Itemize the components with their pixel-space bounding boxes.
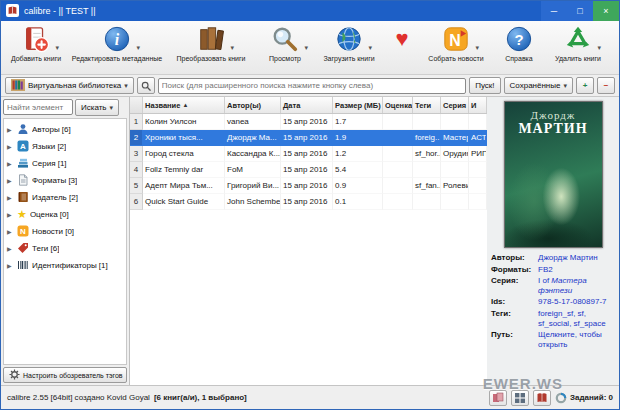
fetch-books-button[interactable]: ▾ Загрузить книги bbox=[313, 23, 385, 63]
cell-title: Город стекла bbox=[143, 146, 225, 162]
search-input[interactable] bbox=[158, 78, 466, 94]
expander-icon[interactable]: ▶ bbox=[7, 211, 14, 218]
cell-size: 1.9 bbox=[333, 130, 383, 146]
add-books-button[interactable]: ▾ Добавить книги bbox=[3, 23, 69, 63]
fetch-news-button[interactable]: N▾ Собрать новости bbox=[419, 23, 493, 63]
book-cover[interactable]: Джордж МАРТИН bbox=[504, 101, 603, 248]
selection-count: [6 книг(а/и), 1 выбрано] bbox=[154, 393, 247, 402]
convert-books-button[interactable]: ▾ Преобразовать книги bbox=[165, 23, 257, 63]
remove-books-button[interactable]: ▾ Удалить книги bbox=[545, 23, 611, 63]
sidebar-item-formats[interactable]: ▶Форматы [3] bbox=[4, 172, 126, 189]
cell-tags bbox=[413, 194, 441, 210]
svg-text:i: i bbox=[115, 31, 120, 48]
series-link[interactable]: I of Мастера фэнтези bbox=[538, 276, 615, 295]
cell-date: 15 апр 2016 bbox=[281, 162, 333, 178]
toolbar-label: Удалить книги bbox=[555, 55, 601, 63]
series-prefix: I of bbox=[538, 276, 549, 285]
configure-tag-browser-button[interactable]: Настроить обозреватель тэгов bbox=[3, 367, 127, 383]
sidebar-item-publisher[interactable]: ▶Издатель [2] bbox=[4, 189, 126, 206]
sidebar-item-identifiers[interactable]: ▶Идентификаторы [1] bbox=[4, 257, 126, 274]
expander-icon[interactable]: ▶ bbox=[7, 143, 14, 150]
sidebar-item-authors[interactable]: ▶Авторы [6] bbox=[4, 121, 126, 138]
column-header-tags[interactable]: Теги bbox=[413, 97, 441, 113]
svg-text:N: N bbox=[449, 32, 460, 49]
save-search-button[interactable]: + bbox=[576, 77, 594, 94]
chevron-down-icon[interactable]: ▾ bbox=[230, 44, 234, 52]
cell-publisher: АСТ bbox=[469, 130, 487, 146]
expander-icon[interactable]: ▶ bbox=[7, 194, 14, 201]
chevron-down-icon[interactable]: ▾ bbox=[475, 44, 479, 52]
cover-author-line1: Джордж bbox=[505, 109, 602, 121]
cover-browser-toggle[interactable] bbox=[489, 390, 507, 406]
expander-icon[interactable]: ▶ bbox=[7, 126, 14, 133]
column-header-rating[interactable]: Оценка bbox=[383, 97, 413, 113]
expander-icon[interactable]: ▶ bbox=[7, 228, 14, 235]
column-header-series[interactable]: Серия bbox=[441, 97, 469, 113]
find-button-label: Искать bbox=[81, 103, 107, 112]
expander-icon[interactable]: ▶ bbox=[7, 160, 14, 167]
jobs-button[interactable]: Заданий: 0 bbox=[555, 392, 613, 404]
table-row[interactable]: 6 Quick Start Guide John Schember 15 апр… bbox=[130, 194, 487, 210]
table-row[interactable]: 5 Адепт Мира Тьм... Григорий Ви... 15 ап… bbox=[130, 178, 487, 194]
advanced-search-button[interactable] bbox=[137, 77, 155, 94]
column-header-size[interactable]: Размер (МБ) bbox=[333, 97, 383, 113]
book-details-toggle[interactable] bbox=[533, 390, 551, 406]
chevron-down-icon[interactable]: ▾ bbox=[597, 44, 601, 52]
main-area: Искать▾ ▶Авторы [6] ▶AЯзыки [2] ▶Серия [… bbox=[1, 97, 619, 385]
find-button[interactable]: Искать▾ bbox=[75, 99, 119, 116]
expander-icon[interactable]: ▶ bbox=[7, 262, 14, 269]
path-link[interactable]: Щелкните, чтобы открыть bbox=[538, 330, 615, 349]
cell-authors: Григорий Ви... bbox=[225, 178, 281, 194]
cover-grid-toggle[interactable] bbox=[511, 390, 529, 406]
chevron-down-icon[interactable]: ▾ bbox=[55, 44, 59, 52]
view-button[interactable]: ▾ Просмотр bbox=[257, 23, 313, 63]
expander-icon[interactable]: ▶ bbox=[7, 177, 14, 184]
sidebar-item-rating[interactable]: ▶★Оценка [0] bbox=[4, 206, 126, 223]
ids-link[interactable]: 978-5-17-080897-7 bbox=[538, 297, 615, 307]
column-header-date[interactable]: Дата bbox=[281, 97, 333, 113]
maximize-button[interactable]: □ bbox=[567, 1, 593, 21]
sidebar-item-series[interactable]: ▶Серия [1] bbox=[4, 155, 126, 172]
sidebar-item-languages[interactable]: ▶AЯзыки [2] bbox=[4, 138, 126, 155]
cell-size: 0.1 bbox=[333, 194, 383, 210]
expander-icon[interactable]: ▶ bbox=[7, 245, 14, 252]
chevron-down-icon: ▾ bbox=[110, 104, 114, 112]
row-number: 3 bbox=[130, 146, 143, 162]
table-row-selected[interactable]: 2 Хроники тыся... Джордж Ма... 15 апр 20… bbox=[130, 130, 487, 146]
cell-authors: Кассандра К... bbox=[225, 146, 281, 162]
tags-links[interactable]: foreign_sf, sf, sf_social, sf_space bbox=[538, 309, 615, 328]
donate-button[interactable]: ♥ bbox=[385, 23, 419, 54]
status-bar: calibre 2.55 [64bit] создано Kovid Goyal… bbox=[1, 385, 619, 409]
authors-icon bbox=[17, 123, 29, 137]
sidebar-item-news[interactable]: ▶NНовости [0] bbox=[4, 223, 126, 240]
saved-search-combo[interactable]: Сохранённые▾ bbox=[504, 77, 573, 94]
sidebar-item-tags[interactable]: ▶Теги [6] bbox=[4, 240, 126, 257]
minimize-button[interactable]: ─ bbox=[541, 1, 567, 21]
gear-icon bbox=[9, 369, 20, 381]
cell-rating bbox=[383, 162, 413, 178]
help-button[interactable]: ? Справка bbox=[493, 23, 545, 63]
format-link[interactable]: FB2 bbox=[538, 265, 615, 275]
cell-publisher: РИП... bbox=[469, 146, 487, 162]
find-item-input[interactable] bbox=[3, 99, 73, 115]
chevron-down-icon[interactable]: ▾ bbox=[304, 44, 308, 52]
cell-rating bbox=[383, 194, 413, 210]
table-row[interactable]: 1 Колин Уилсон vanea 15 апр 2016 1.7 bbox=[130, 114, 487, 130]
close-button[interactable]: × bbox=[593, 1, 619, 21]
view-icon bbox=[271, 25, 299, 53]
search-go-button[interactable]: Пуск! bbox=[469, 77, 500, 94]
chevron-down-icon[interactable]: ▾ bbox=[368, 44, 372, 52]
edit-metadata-button[interactable]: i▾ Редактировать метаданные bbox=[69, 23, 165, 63]
column-header-authors[interactable]: Автор(ы) bbox=[225, 97, 281, 113]
column-header-publisher[interactable]: И bbox=[469, 97, 487, 113]
column-header-title[interactable]: Название▲ bbox=[143, 97, 225, 113]
table-row[interactable]: 3 Город стекла Кассандра К... 15 апр 201… bbox=[130, 146, 487, 162]
cell-tags: sf_hor... bbox=[413, 146, 441, 162]
edit-metadata-icon: i bbox=[103, 25, 131, 53]
virtual-library-button[interactable]: Виртуальная библиотека ▾ bbox=[5, 77, 134, 94]
cover-grid-icon bbox=[514, 392, 526, 404]
table-row[interactable]: 4 Follz Temniy dar FoM 15 апр 2016 5.4 bbox=[130, 162, 487, 178]
authors-link[interactable]: Джордж Мартин bbox=[538, 253, 615, 263]
delete-saved-search-button[interactable]: − bbox=[597, 77, 615, 94]
chevron-down-icon[interactable]: ▾ bbox=[136, 44, 140, 52]
